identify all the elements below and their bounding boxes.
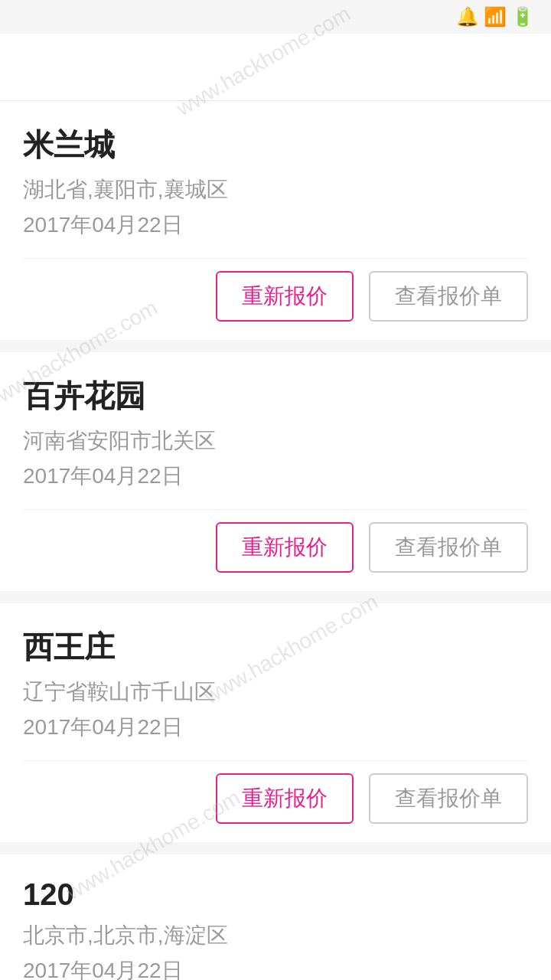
record-actions-0: 重新报价 查看报价单 xyxy=(23,258,528,322)
record-location-3: 北京市,北京市,海淀区 xyxy=(23,921,528,950)
record-card: 米兰城 湖北省,襄阳市,襄城区 2017年04月22日 重新报价 查看报价单 xyxy=(0,101,551,340)
record-card: 西王庄 辽宁省鞍山市千山区 2017年04月22日 重新报价 查看报价单 xyxy=(0,603,551,842)
status-bar: 🔔 📶 🔋 xyxy=(0,0,551,34)
record-location-2: 辽宁省鞍山市千山区 xyxy=(23,678,528,707)
requote-button-1[interactable]: 重新报价 xyxy=(216,522,354,573)
view-quote-button-1[interactable]: 查看报价单 xyxy=(369,522,528,573)
record-name-3: 120 xyxy=(23,877,528,912)
record-date-1: 2017年04月22日 xyxy=(23,462,528,491)
requote-button-2[interactable]: 重新报价 xyxy=(216,773,354,824)
page-header xyxy=(0,34,551,101)
content-area: 米兰城 湖北省,襄阳市,襄城区 2017年04月22日 重新报价 查看报价单 百… xyxy=(0,101,551,980)
record-date-0: 2017年04月22日 xyxy=(23,211,528,240)
record-card: 120 北京市,北京市,海淀区 2017年04月22日 重新报价 查看报价单 xyxy=(0,854,551,980)
view-quote-button-2[interactable]: 查看报价单 xyxy=(369,773,528,824)
record-location-1: 河南省安阳市北关区 xyxy=(23,426,528,456)
battery-icon: 🔋 xyxy=(511,6,534,28)
record-actions-1: 重新报价 查看报价单 xyxy=(23,509,528,573)
view-quote-button-0[interactable]: 查看报价单 xyxy=(369,271,528,322)
record-card: 百卉花园 河南省安阳市北关区 2017年04月22日 重新报价 查看报价单 xyxy=(0,352,551,591)
wifi-icon: 📶 xyxy=(484,6,507,28)
record-date-3: 2017年04月22日 xyxy=(23,956,528,980)
record-date-2: 2017年04月22日 xyxy=(23,713,528,742)
record-location-0: 湖北省,襄阳市,襄城区 xyxy=(23,175,528,204)
record-name-2: 西王庄 xyxy=(23,626,528,668)
signal-icon: 🔔 xyxy=(456,6,479,28)
requote-button-0[interactable]: 重新报价 xyxy=(216,271,354,322)
status-right: 🔔 📶 🔋 xyxy=(452,6,539,28)
record-name-0: 米兰城 xyxy=(23,124,528,166)
record-name-1: 百卉花园 xyxy=(23,375,528,417)
record-actions-2: 重新报价 查看报价单 xyxy=(23,760,528,824)
